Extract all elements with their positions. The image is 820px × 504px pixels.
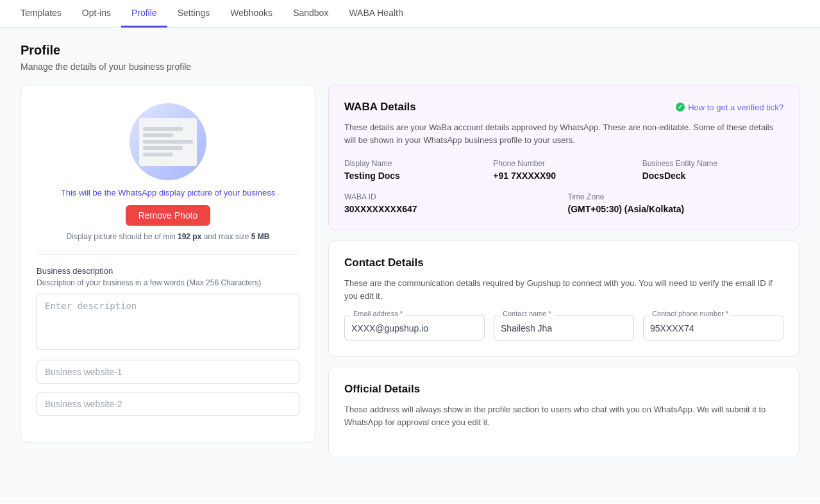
verified-check-icon: [676, 103, 685, 112]
avatar-line-4: [143, 146, 183, 150]
contact-name-input[interactable]: [494, 315, 634, 340]
waba-timezone-value: (GMT+05:30) (Asia/Kolkata): [568, 204, 784, 214]
avatar-section: This will be the WhatsApp display pictur…: [37, 103, 299, 241]
waba-id-value: 30XXXXXXXX647: [344, 204, 560, 214]
contact-card-header: Contact Details: [344, 256, 783, 269]
waba-id: WABA ID 30XXXXXXXX647: [344, 192, 560, 214]
main-layout: This will be the WhatsApp display pictur…: [21, 85, 799, 457]
avatar-caption: This will be the WhatsApp display pictur…: [61, 188, 276, 197]
waba-entity-value: DocsDeck: [642, 171, 783, 181]
waba-id-label: WABA ID: [344, 192, 560, 201]
business-desc-sublabel: Description of your business in a few wo…: [37, 278, 299, 287]
avatar-line-3: [143, 140, 193, 144]
avatar-line-2: [143, 133, 173, 137]
contact-fields: Email address * Contact name * Contact p…: [344, 315, 783, 340]
page-title: Profile: [21, 43, 799, 58]
tab-settings[interactable]: Settings: [167, 0, 221, 28]
tab-webhooks[interactable]: Webhooks: [220, 0, 283, 28]
tab-sandbox[interactable]: Sandbox: [283, 0, 339, 28]
waba-card-title: WABA Details: [344, 101, 416, 113]
website2-group: [37, 392, 299, 416]
waba-card-header: WABA Details How to get a verified tick?: [344, 101, 783, 113]
waba-display-name-label: Display Name: [344, 159, 485, 168]
page-content: Profile Manage the details of your busin…: [0, 28, 820, 503]
page-subtitle: Manage the details of your business prof…: [21, 62, 799, 72]
photo-hint-size: 192 px: [178, 232, 201, 241]
tab-opt-ins[interactable]: Opt-ins: [72, 0, 121, 28]
waba-card: WABA Details How to get a verified tick?…: [328, 85, 799, 230]
avatar-line-5: [143, 153, 173, 156]
right-panel: WABA Details How to get a verified tick?…: [328, 85, 799, 457]
website2-input[interactable]: [37, 392, 299, 416]
avatar-inner: [139, 118, 197, 166]
waba-phone-label: Phone Number: [493, 159, 634, 168]
nav-bar: Templates Opt-ins Profile Settings Webho…: [0, 0, 820, 28]
contact-card-desc: These are the communication details requ…: [344, 277, 783, 302]
website1-group: [37, 360, 299, 384]
description-input[interactable]: [37, 294, 299, 350]
business-desc-group: Business description Description of your…: [37, 266, 299, 352]
waba-phone-number: Phone Number +91 7XXXXX90: [493, 159, 634, 181]
left-panel: This will be the WhatsApp display pictur…: [21, 85, 315, 442]
contact-card-title: Contact Details: [344, 256, 424, 269]
waba-display-name-value: Testing Docs: [344, 171, 485, 181]
waba-timezone: Time Zone (GMT+05:30) (Asia/Kolkata): [568, 192, 784, 214]
email-input[interactable]: [344, 315, 485, 340]
tab-profile[interactable]: Profile: [121, 0, 167, 28]
tab-templates[interactable]: Templates: [10, 0, 72, 28]
official-card-header: Official Details: [344, 383, 783, 396]
official-card-title: Official Details: [344, 383, 420, 396]
verified-link[interactable]: How to get a verified tick?: [676, 103, 783, 112]
waba-timezone-label: Time Zone: [568, 192, 784, 201]
contact-name-group: Contact name *: [494, 315, 634, 340]
photo-hint: Display picture should be of min 192 px …: [67, 232, 270, 241]
photo-hint-middle: and max size: [201, 232, 251, 241]
photo-hint-maxsize: 5 MB: [251, 232, 270, 241]
tab-waba-health[interactable]: WABA Health: [339, 0, 413, 28]
waba-entity-label: Business Entity Name: [642, 159, 783, 168]
official-card-desc: These address will always show in the pr…: [344, 403, 783, 428]
email-field-group: Email address *: [344, 315, 485, 340]
contact-card: Contact Details These are the communicat…: [328, 240, 799, 357]
waba-fields-row1: Display Name Testing Docs Phone Number +…: [344, 159, 783, 181]
business-desc-label: Business description: [37, 266, 299, 276]
waba-fields-row2: WABA ID 30XXXXXXXX647 Time Zone (GMT+05:…: [344, 192, 783, 214]
official-card: Official Details These address will alwa…: [328, 367, 799, 457]
divider-1: [37, 254, 299, 255]
photo-hint-prefix: Display picture should be of min: [67, 232, 178, 241]
waba-card-desc: These details are your WaBa account deta…: [344, 121, 783, 146]
verified-link-text: How to get a verified tick?: [688, 103, 783, 112]
avatar: [130, 103, 206, 180]
contact-phone-group: Contact phone number *: [643, 315, 783, 340]
contact-name-label: Contact name *: [500, 310, 554, 317]
remove-photo-button[interactable]: Remove Photo: [126, 205, 211, 226]
waba-display-name: Display Name Testing Docs: [344, 159, 485, 181]
waba-entity-name: Business Entity Name DocsDeck: [642, 159, 783, 181]
contact-phone-label: Contact phone number *: [649, 310, 731, 317]
email-label: Email address *: [351, 310, 405, 317]
waba-phone-value: +91 7XXXXX90: [493, 171, 634, 181]
avatar-line-1: [143, 127, 183, 131]
website1-input[interactable]: [37, 360, 299, 384]
contact-phone-input[interactable]: [643, 315, 783, 340]
